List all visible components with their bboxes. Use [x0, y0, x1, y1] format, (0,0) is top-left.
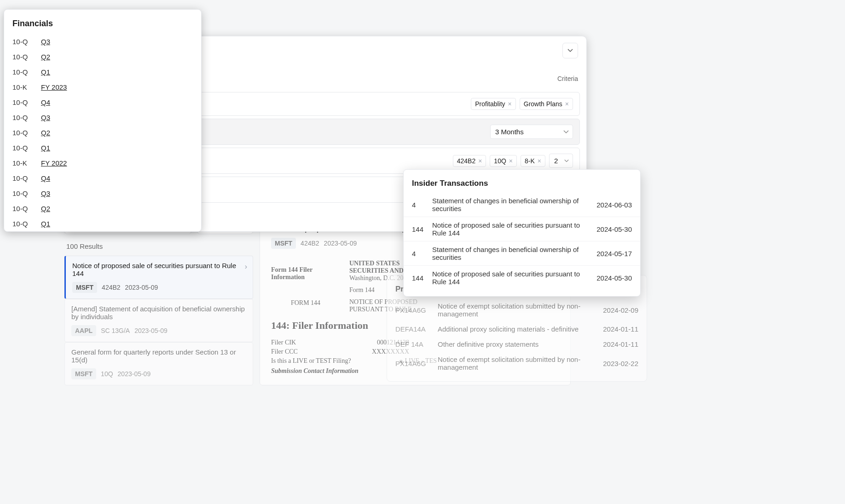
insider-title: Insider Transactions — [404, 176, 640, 193]
filing-type: 10-K — [12, 159, 41, 167]
results-count: 100 Results — [64, 237, 253, 256]
proxy-date: 2023-02-22 — [603, 360, 638, 367]
doc-date: 2023-05-09 — [324, 240, 357, 247]
proxy-row[interactable]: DEFA14AAdditional proxy soliciting mater… — [387, 321, 647, 337]
result-date: 2023-05-09 — [134, 327, 168, 334]
proxy-row[interactable]: PX14A6GNotice of exempt solicitation sub… — [387, 352, 647, 375]
chip-profitability[interactable]: Profitablity× — [471, 98, 516, 110]
criteria-label: Criteria — [557, 75, 578, 82]
proxy-code: DEFA14A — [395, 325, 431, 333]
result-item[interactable]: Notice of proposed sale of securities pu… — [64, 256, 253, 299]
result-date: 2023-05-09 — [118, 370, 151, 378]
filing-period-link[interactable]: Q1 — [41, 144, 50, 152]
proxy-date: 2024-02-09 — [603, 306, 638, 314]
form-144-caps: FORM 144 — [271, 299, 340, 307]
financials-row[interactable]: 10-KFY 2022 — [4, 155, 201, 171]
filing-type: 10-Q — [12, 53, 41, 61]
filing-period-link[interactable]: Q4 — [41, 98, 50, 106]
proxy-date: 2024-01-11 — [603, 325, 638, 333]
doc-form: 424B2 — [301, 240, 319, 247]
financials-row[interactable]: 10-QQ4 — [4, 95, 201, 110]
filing-type: 10-Q — [12, 114, 41, 121]
chevron-down-icon — [563, 130, 569, 134]
remove-chip-icon[interactable]: × — [478, 157, 482, 165]
filing-period-link[interactable]: Q2 — [41, 205, 50, 212]
filing-type: 10-Q — [12, 68, 41, 76]
remove-chip-icon[interactable]: × — [508, 100, 512, 108]
financials-list: 10-QQ310-QQ210-QQ110-KFY 202310-QQ410-QQ… — [4, 34, 201, 231]
ticker-badge: MSFT — [72, 282, 97, 293]
filing-period-link[interactable]: Q1 — [41, 220, 50, 228]
result-date: 2023-05-09 — [125, 284, 158, 291]
financials-row[interactable]: 10-QQ1 — [4, 64, 201, 80]
result-title: [Amend] Statement of acquisition of bene… — [71, 305, 246, 321]
insider-desc: Statement of changes in beneficial owner… — [432, 246, 590, 261]
financials-row[interactable]: 10-QQ2 — [4, 201, 201, 216]
remove-chip-icon[interactable]: × — [538, 157, 541, 165]
collapse-button[interactable] — [562, 43, 578, 58]
results-list-panel: Sort results 100 Results Notice of propo… — [64, 215, 253, 385]
form-badge: SC 13G/A — [101, 327, 130, 334]
insider-row[interactable]: 4Statement of changes in beneficial owne… — [404, 241, 640, 265]
proxy-desc: Notice of exempt solicitation submitted … — [438, 355, 596, 371]
filing-period-link[interactable]: Q2 — [41, 129, 50, 137]
insider-desc: Notice of proposed sale of securities pu… — [432, 221, 590, 237]
chip-8k[interactable]: 8-K× — [521, 155, 545, 167]
financials-row[interactable]: 10-KFY 2023 — [4, 80, 201, 95]
financials-row[interactable]: 10-QQ4 — [4, 171, 201, 186]
result-item[interactable]: General form for quarterly reports under… — [64, 342, 253, 385]
filing-period-link[interactable]: Q3 — [41, 38, 50, 46]
form-badge: 424B2 — [102, 284, 120, 291]
remove-chip-icon[interactable]: × — [565, 100, 569, 108]
proxy-row[interactable]: PX14A6GNotice of exempt solicitation sub… — [387, 298, 647, 321]
insider-desc: Statement of changes in beneficial owner… — [432, 197, 590, 212]
financials-row[interactable]: 10-QQ3 — [4, 34, 201, 49]
proxy-desc: Notice of exempt solicitation submitted … — [438, 302, 596, 318]
chip-424b2[interactable]: 424B2× — [453, 155, 486, 167]
insider-row[interactable]: 4Statement of changes in beneficial owne… — [404, 193, 640, 217]
chevron-down-icon — [567, 49, 573, 52]
financials-row[interactable]: 10-QQ2 — [4, 49, 201, 64]
result-title: General form for quarterly reports under… — [71, 348, 246, 364]
insider-row[interactable]: 144Notice of proposed sale of securities… — [404, 217, 640, 241]
financials-row[interactable]: 10-QQ3 — [4, 186, 201, 201]
chip-10q[interactable]: 10Q× — [490, 155, 517, 167]
insider-transactions-card: Insider Transactions 4Statement of chang… — [403, 169, 641, 297]
proxy-code: DEF 14A — [395, 340, 431, 348]
ticker-badge: MSFT — [71, 368, 96, 379]
financials-row[interactable]: 10-QQ1 — [4, 140, 201, 155]
result-item[interactable]: [Amend] Statement of acquisition of bene… — [64, 299, 253, 342]
filing-period-link[interactable]: Q4 — [41, 174, 50, 182]
filing-type: 10-Q — [12, 129, 41, 137]
insider-row[interactable]: 144Notice of proposed sale of securities… — [404, 265, 640, 290]
financials-row[interactable]: 10-QQ1 — [4, 216, 201, 231]
filing-period-link[interactable]: FY 2022 — [41, 159, 67, 167]
filing-period-link[interactable]: Q1 — [41, 68, 50, 76]
filing-type: 10-Q — [12, 189, 41, 197]
financials-row[interactable]: 10-QQ2 — [4, 125, 201, 140]
filing-period-link[interactable]: Q3 — [41, 114, 50, 121]
financials-row[interactable]: 10-QQ3 — [4, 110, 201, 125]
result-title: Notice of proposed sale of securities pu… — [72, 262, 246, 277]
date-range-select[interactable]: 3 Months — [490, 125, 573, 139]
remove-chip-icon[interactable]: × — [509, 157, 513, 165]
financials-panel: Financials 10-QQ310-QQ210-QQ110-KFY 2023… — [4, 9, 202, 232]
filing-type: 10-K — [12, 83, 41, 91]
filing-type: 10-Q — [12, 205, 41, 212]
proxy-row[interactable]: DEF 14AOther definitive proxy statements… — [387, 337, 647, 352]
filing-period-link[interactable]: Q3 — [41, 189, 50, 197]
proxy-code: PX14A6G — [395, 306, 431, 314]
insider-code: 4 — [412, 201, 426, 209]
financials-title: Financials — [4, 10, 201, 34]
filing-type: 10-Q — [12, 220, 41, 228]
proxy-code: PX14A6G — [395, 360, 431, 367]
form-type-more[interactable]: 2 — [549, 154, 573, 168]
form-badge: 10Q — [101, 370, 113, 378]
insider-code: 144 — [412, 225, 426, 233]
filing-type: 10-Q — [12, 174, 41, 182]
filing-period-link[interactable]: Q2 — [41, 53, 50, 61]
filing-period-link[interactable]: FY 2023 — [41, 83, 67, 91]
chip-growth-plans[interactable]: Growth Plans× — [520, 98, 573, 110]
insider-code: 144 — [412, 274, 426, 282]
chevron-right-icon: › — [245, 263, 247, 271]
